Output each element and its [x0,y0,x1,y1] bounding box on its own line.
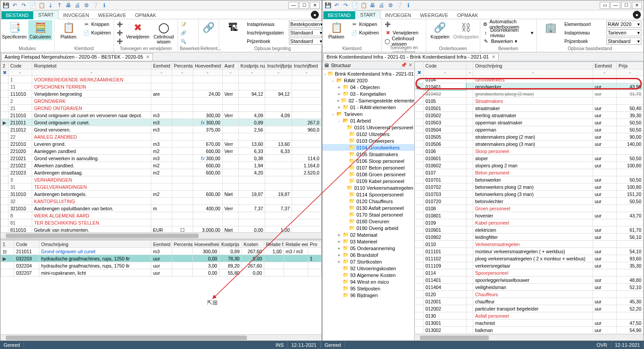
plakken-button[interactable]: 📋Plakken [324,20,348,40]
filter-cell[interactable]: ▫ [8,69,32,76]
tree-node[interactable]: 📁93 Algemene Kosten [322,272,414,278]
tree-node[interactable]: -📁Brink Kostenbestand Infra - 2021-01 [322,70,414,77]
table-row[interactable]: 221021Grond verwerken in aanvulling.m3fx… [1,155,322,162]
edit3-icon[interactable]: 🔍 [180,37,187,45]
col-header[interactable]: Code [14,241,39,248]
insert-row-icon[interactable]: ➕ [116,20,124,28]
table-row[interactable]: 2GRONDWERK [1,98,322,105]
tree-node[interactable]: 📁92 Uitvoeringskosten [322,265,414,272]
tree-node[interactable]: +📁05 Onderaanneming [322,245,414,251]
export-icon[interactable]: ⤓ [47,2,54,9]
filter-cell[interactable]: ▫ [222,69,238,76]
table-row[interactable]: 0104Grondwerkers [415,76,644,83]
table-row[interactable]: 211012Grond vervoeren.m3375,002,56960,0 [1,126,322,133]
table-row[interactable]: 0114Spoorpersoneel [415,269,644,277]
knippen-button[interactable]: ✂Knippen [350,20,380,28]
table-row[interactable]: 012002particulier transport begeleideruu… [415,305,644,312]
referent-button[interactable]: 🔗 [200,20,217,35]
table-row[interactable]: ▶010401grondwerkeruur43,90 [415,83,644,90]
table-row[interactable]: 010720betonvlechteruur50,50 [415,198,644,205]
tree-node[interactable]: 📁0102 Uitzetters [322,131,414,137]
table-row[interactable]: 010601sloperuur50,50 [415,155,644,162]
tab-weergave[interactable]: WEERGAVE [93,11,131,19]
col-header[interactable]: Aard [222,62,238,69]
tree-node[interactable]: 📁0114 Spoorpersoneel [322,191,414,198]
new-icon[interactable]: 📄 [351,2,358,9]
table-row[interactable]: 010502leerling straatmakeruur39,30 [415,112,644,119]
minimize-button[interactable]: — [610,2,620,9]
table-row[interactable]: 211010Grond ontgraven uit cunet en vervo… [1,112,322,119]
tab-weergave[interactable]: WEERGAVE [415,11,453,19]
calculeren-button[interactable]: 🧮Calculeren [28,20,52,40]
koppelen-button[interactable]: 🔗Koppelen [428,20,452,40]
minimize-button[interactable]: — [288,2,298,9]
table-row[interactable]: 010504oppermanuur50,50 [415,126,644,133]
filter-cell[interactable]: ▫ [265,69,292,76]
copy-icon[interactable]: 📋 [360,2,367,9]
table-row[interactable]: 32KANTOPSLUITING [1,198,322,205]
tree-node[interactable]: 📁0190 Overig arbeid [322,225,414,231]
table-row[interactable]: 22AANLEG ZANDBED [1,133,322,140]
table-row[interactable]: 221010Leveren grond.m3670,00Verr13,6013,… [1,140,322,148]
tab-invoegen[interactable]: INVOEGEN [381,11,415,19]
doorrekenen-button[interactable]: ↕Doorrekenen niveau▾ [482,29,534,37]
insert-icon[interactable]: ➕ [384,20,424,28]
table-row[interactable]: ▶032203hydraulische graafmachines, rups,… [1,255,322,262]
col-header[interactable]: Relatie eenheid [284,241,308,248]
col-header[interactable]: Kostprijs [219,241,242,248]
col-header[interactable] [415,62,424,69]
save-icon[interactable]: 💾 [2,2,9,9]
tab-bestand[interactable]: BESTAND [323,11,355,19]
tab-bestand[interactable]: BESTAND [1,11,33,19]
tree-node[interactable]: +📁02 - Samengestelde elementen [322,97,414,104]
tree-node[interactable]: 📁94 Winst en risico [322,278,414,285]
filter-cell[interactable]: ▫ [424,69,466,76]
col-header[interactable]: Prijs [617,62,644,69]
filter-cell[interactable]: ▫ [172,69,193,76]
col-header[interactable]: Pro [308,241,321,248]
table-row[interactable]: 221022Afwerken zandbed.m2600,001,941.164… [1,162,322,169]
import-icon[interactable]: ⤒ [56,2,63,9]
detail-grid[interactable]: 1CodeOmschrijvingEenheidPercentaHoeveelh… [0,240,322,334]
tree-node[interactable]: -📂Tarieven [322,111,414,117]
col-header[interactable]: Hoeveelheid [192,241,219,248]
printset-icon[interactable]: 🖨 [378,2,385,9]
table-row[interactable]: 010503opperman straatmakeruur50,50 [415,119,644,126]
table-row[interactable]: 0108Groen personeel [415,205,644,212]
close-button[interactable]: ✕ [310,2,320,9]
tree-node[interactable]: 📁0104 Grondwerkers [322,144,414,151]
bestek-select[interactable]: Bestekposten▾ [289,21,324,28]
tab-opmaak[interactable]: OPMAAK [131,11,161,19]
help-icon[interactable]: ❔ [92,2,99,9]
gear-icon[interactable]: ⚙ [83,2,90,9]
tree-node[interactable]: 📁0101 Uitvoerend personeel [322,124,414,131]
filter-cell[interactable]: ✖ [415,69,424,76]
tree-view[interactable]: -📁Brink Kostenbestand Infra - 2021-01-📂R… [322,69,414,340]
col-header[interactable]: 1 [1,241,14,248]
user-avatar[interactable]: ● [311,11,319,19]
filter-cell[interactable]: ✖ [1,69,8,76]
col-header[interactable]: Percenta [172,62,193,69]
col-header[interactable]: 2 [1,62,8,69]
table-row[interactable]: 21GROND ONTGRAVEN [1,105,322,112]
prij-select[interactable]: Standaard▾ [606,38,641,45]
filter-cell[interactable]: ▫ [593,69,616,76]
col-header[interactable]: Relatie factor [264,241,284,248]
table-row[interactable]: 011102ploeg verkeersmaatregelen ( 2 x mo… [415,255,644,262]
table-row[interactable]: 011109verkeersregelaaruur35,30 [415,262,644,269]
ontkoppelen-button[interactable]: ⛓Ontkoppelen [454,20,478,40]
filter-cell[interactable]: ▫ [32,69,151,76]
table-row[interactable]: 111010Verwijderen begroeiingare24,00Verr… [1,90,322,98]
new-icon[interactable]: 📄 [29,2,36,9]
col-header[interactable]: Percenta [172,241,192,248]
document-tab[interactable]: Brink Kostenbestand Infra - 2021-01 - Br… [323,53,499,60]
col-header[interactable]: Romptekst [32,62,151,69]
tree-node[interactable]: 📁0103 Ontwerpers [322,137,414,144]
plakken-button[interactable]: 📋Plakken [56,20,80,40]
tree-node[interactable]: +📁03 Materieel [322,238,414,245]
col-header[interactable]: Hoeveelheid [193,62,222,69]
col-header[interactable]: Inschrijfprijs nulpost [265,62,292,69]
col-header[interactable]: Omschrijving [473,62,593,69]
table-row[interactable]: 311010Aanbrengen betontegels.m2600,00Nie… [1,191,322,198]
table-row[interactable]: 010901elektricienuur61,70 [415,226,644,234]
